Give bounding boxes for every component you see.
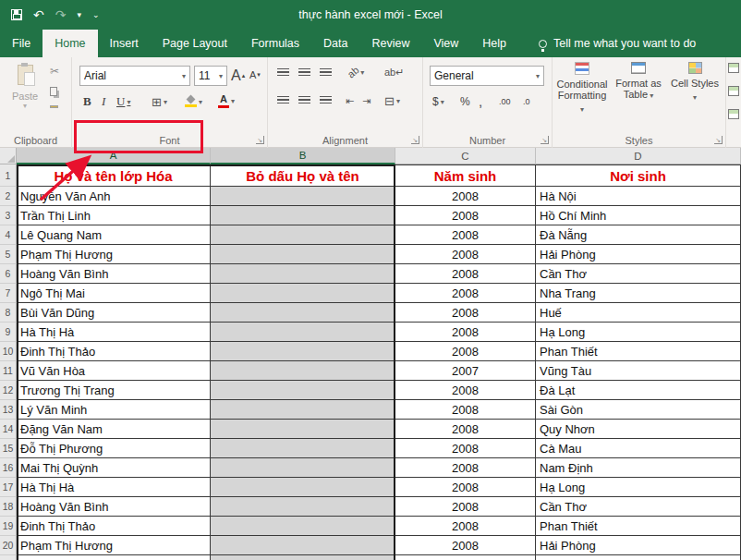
- tab-view[interactable]: View: [421, 30, 470, 57]
- cell-name[interactable]: Bùi Văn Dũng: [17, 303, 211, 323]
- cell-name[interactable]: Đinh Thị Thảo: [17, 517, 211, 536]
- cell-year[interactable]: 2008: [395, 420, 536, 439]
- header-cell-d1[interactable]: Nơi sinh: [536, 164, 741, 187]
- cell-empty-b[interactable]: [211, 555, 395, 560]
- row-number[interactable]: 3: [0, 206, 17, 225]
- cell-name[interactable]: Lê Quang Nam: [17, 225, 211, 245]
- cell-year[interactable]: 2008: [395, 187, 536, 206]
- cell-name[interactable]: Đặng Văn Nam: [17, 420, 211, 439]
- increase-indent-button[interactable]: ⇥: [362, 95, 370, 107]
- delete-cells-icon[interactable]: [728, 86, 739, 96]
- cell-year[interactable]: 2008: [395, 245, 536, 264]
- cell-name[interactable]: Hà Thị Hà: [17, 478, 211, 497]
- tab-review[interactable]: Review: [359, 30, 421, 57]
- cell-empty-b[interactable]: [211, 458, 395, 478]
- undo-icon[interactable]: ↶: [33, 8, 44, 21]
- cell-place[interactable]: Hà Nội: [536, 187, 741, 206]
- cell-name[interactable]: Ngô Thị Mai: [17, 284, 211, 303]
- tab-help[interactable]: Help: [470, 30, 518, 57]
- cell-empty-b[interactable]: [211, 497, 395, 517]
- cell-year[interactable]: 2008: [395, 381, 536, 400]
- align-bottom-button[interactable]: [320, 68, 332, 78]
- save-icon[interactable]: [11, 9, 22, 20]
- align-left-button[interactable]: [277, 96, 289, 105]
- row-number[interactable]: 12: [0, 381, 17, 400]
- format-as-table-button[interactable]: Format as Table: [612, 62, 665, 136]
- cell-place[interactable]: Hạ Long: [536, 478, 741, 497]
- bold-button[interactable]: B: [83, 94, 91, 109]
- cell-place[interactable]: Cần Thơ: [536, 497, 741, 517]
- accounting-format-button[interactable]: $: [432, 95, 444, 108]
- tab-page-layout[interactable]: Page Layout: [151, 30, 239, 57]
- format-painter-icon[interactable]: [50, 105, 58, 108]
- tab-data[interactable]: Data: [311, 30, 359, 57]
- cell-name[interactable]: Lý Văn Minh: [17, 400, 211, 420]
- cell-name[interactable]: Trần Thị Linh: [17, 206, 211, 225]
- font-color-button[interactable]: A: [218, 94, 235, 108]
- cell-name[interactable]: Nguyễn Văn Anh: [17, 187, 211, 206]
- row-number[interactable]: 2: [0, 187, 17, 206]
- tab-file[interactable]: File: [0, 30, 43, 57]
- row-number[interactable]: 14: [0, 420, 17, 439]
- tell-me-search[interactable]: Tell me what you want to do: [539, 30, 696, 57]
- row-number[interactable]: 5: [0, 245, 17, 264]
- decrease-decimal-button[interactable]: .0: [523, 97, 530, 106]
- tab-formulas[interactable]: Formulas: [239, 30, 311, 57]
- cell-place[interactable]: Sài Gòn: [536, 400, 741, 420]
- cell-year[interactable]: 2008: [395, 400, 536, 420]
- conditional-formatting-button[interactable]: Conditional Formatting: [555, 62, 609, 136]
- cell-empty-b[interactable]: [211, 478, 395, 497]
- column-header-d[interactable]: D: [536, 148, 741, 164]
- cell-year[interactable]: 2008: [395, 478, 536, 497]
- row-number[interactable]: 9: [0, 323, 17, 342]
- italic-button[interactable]: I: [102, 94, 105, 109]
- cell-place[interactable]: Đà Lạt: [536, 381, 741, 400]
- cell-place[interactable]: Đà Nẵng: [536, 225, 741, 245]
- cell-place[interactable]: Phan Thiết: [536, 517, 741, 536]
- cell-place[interactable]: Hải Phòng: [536, 245, 741, 264]
- cell-place[interactable]: Nha Trang: [536, 284, 741, 303]
- column-header-c[interactable]: C: [395, 148, 536, 164]
- redo-icon[interactable]: ↷: [55, 8, 67, 21]
- cell-place[interactable]: Nam Định: [536, 458, 741, 478]
- number-format-combo[interactable]: General: [430, 66, 544, 86]
- cell-year[interactable]: 2008: [395, 439, 536, 458]
- cell-year[interactable]: 2008: [395, 264, 536, 284]
- cut-icon[interactable]: ✂: [50, 65, 59, 78]
- header-cell-c1[interactable]: Năm sinh: [395, 164, 536, 187]
- row-number[interactable]: 10: [0, 342, 17, 361]
- cell-year[interactable]: 2008: [395, 323, 536, 342]
- font-size-combo[interactable]: 11: [194, 66, 227, 86]
- cell-place[interactable]: Cần Thơ: [536, 264, 741, 284]
- row-number[interactable]: 4: [0, 225, 17, 245]
- row-number[interactable]: 1: [0, 164, 17, 187]
- cell-empty-b[interactable]: [211, 187, 395, 206]
- cell-name[interactable]: Đinh Thị Thảo: [17, 342, 211, 361]
- cell-empty-b[interactable]: [211, 284, 395, 303]
- cell-place[interactable]: Quy Nhơn: [536, 420, 741, 439]
- header-cell-a1[interactable]: Họ và tên lớp Hóa: [17, 164, 211, 187]
- row-number[interactable]: 8: [0, 303, 17, 323]
- cell-name[interactable]: Vũ Văn Hòa: [17, 361, 211, 381]
- cell-year[interactable]: 2008: [395, 303, 536, 323]
- wrap-text-button[interactable]: ab↵: [384, 67, 404, 79]
- cell-empty-b[interactable]: [211, 536, 395, 555]
- cell-place[interactable]: Hải Phòng: [536, 536, 741, 555]
- cell-year[interactable]: 2008: [395, 225, 536, 245]
- cell-place[interactable]: Huế: [536, 555, 741, 560]
- cell-year[interactable]: 2008: [395, 284, 536, 303]
- cell-year[interactable]: 2008: [395, 497, 536, 517]
- cell-empty-b[interactable]: [211, 361, 395, 381]
- cell-name[interactable]: Mai Thị Quỳnh: [17, 458, 211, 478]
- align-center-button[interactable]: [298, 96, 310, 105]
- increase-decimal-button[interactable]: .00: [499, 97, 511, 106]
- cell-empty-b[interactable]: [211, 420, 395, 439]
- customize-qat-icon[interactable]: ⌄: [92, 11, 100, 19]
- cell-empty-b[interactable]: [211, 245, 395, 264]
- cell-place[interactable]: Vũng Tàu: [536, 361, 741, 381]
- cell-year[interactable]: 2007: [395, 361, 536, 381]
- cell-year[interactable]: 2008: [395, 555, 536, 560]
- cell-name[interactable]: Hà Thị Hà: [17, 323, 211, 342]
- align-top-button[interactable]: [277, 68, 289, 78]
- paste-button[interactable]: Paste ▾: [5, 63, 45, 135]
